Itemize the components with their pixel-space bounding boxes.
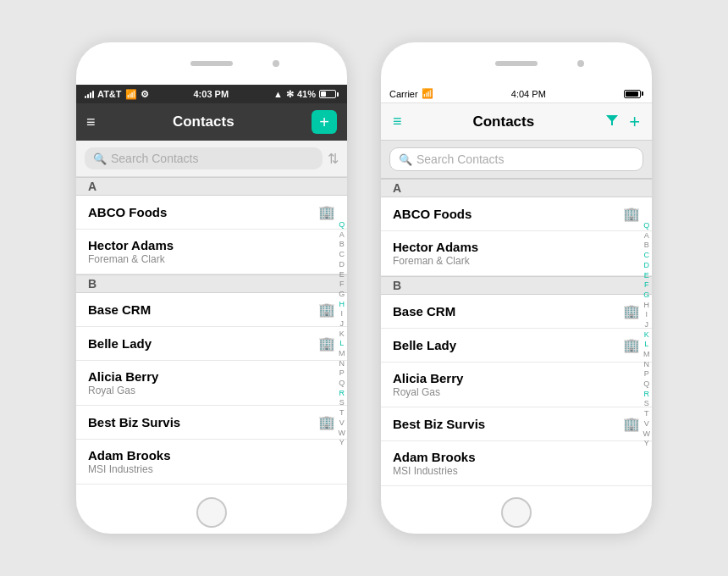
alpha-h[interactable]: H xyxy=(644,301,650,311)
alpha-q[interactable]: Q xyxy=(339,220,345,230)
search-input[interactable]: Search Contacts xyxy=(416,152,505,166)
list-item[interactable]: Alicia Berry Royal Gas xyxy=(381,363,652,407)
alpha-b[interactable]: B xyxy=(339,240,345,250)
alpha-h[interactable]: H xyxy=(339,300,345,310)
section-header-b: B xyxy=(76,274,347,293)
add-contact-button[interactable]: + xyxy=(629,111,640,133)
alpha-j[interactable]: J xyxy=(340,319,345,330)
filter-icon[interactable]: ⇅ xyxy=(328,151,339,167)
list-item[interactable]: Best Biz Survis 🏢 xyxy=(76,406,347,440)
home-button[interactable] xyxy=(501,497,532,528)
alpha-p[interactable]: P xyxy=(339,368,345,379)
list-item[interactable]: Matthew Brooks xyxy=(76,485,347,491)
search-wrapper[interactable]: 🔍 Search Contacts xyxy=(389,147,643,171)
company-icon: 🏢 xyxy=(318,302,335,318)
speaker xyxy=(190,61,233,66)
alpha-b[interactable]: B xyxy=(644,241,649,251)
list-item[interactable]: ABCO Foods 🏢 xyxy=(381,197,652,231)
camera xyxy=(577,60,584,67)
alpha-m[interactable]: M xyxy=(643,350,650,360)
phone-top xyxy=(76,42,347,85)
alpha-i[interactable]: I xyxy=(340,309,343,319)
alpha-y[interactable]: Y xyxy=(339,438,345,448)
alpha-p[interactable]: P xyxy=(644,369,649,379)
alpha-r[interactable]: R xyxy=(644,390,650,400)
company-icon: 🏢 xyxy=(318,335,335,352)
alpha-y[interactable]: Y xyxy=(644,439,649,449)
filter-button[interactable] xyxy=(605,114,619,130)
alpha-g[interactable]: G xyxy=(643,291,649,301)
alpha-n[interactable]: N xyxy=(644,360,650,370)
alpha-k[interactable]: K xyxy=(644,330,649,341)
nav-title: Contacts xyxy=(472,114,534,130)
alpha-g[interactable]: G xyxy=(339,290,345,300)
alpha-d[interactable]: D xyxy=(644,261,650,271)
alpha-v[interactable]: V xyxy=(339,418,345,429)
list-item[interactable]: Adam Brooks MSI Industries xyxy=(381,441,652,486)
alpha-f[interactable]: F xyxy=(644,280,649,291)
carrier-label: AT&T xyxy=(97,89,122,99)
alpha-q[interactable]: Q xyxy=(643,221,649,231)
alpha-r[interactable]: R xyxy=(339,389,345,399)
list-item[interactable]: Adam Brooks MSI Industries xyxy=(76,440,347,485)
alpha-c[interactable]: C xyxy=(339,250,345,260)
list-item[interactable]: Hector Adams Foreman & Clark xyxy=(381,231,652,276)
alpha-f[interactable]: F xyxy=(339,280,345,290)
alpha-k[interactable]: K xyxy=(339,330,345,340)
section-header-a: A xyxy=(381,179,652,197)
alpha-l[interactable]: L xyxy=(339,339,344,349)
list-item[interactable]: Base CRM 🏢 xyxy=(381,295,652,329)
contact-sub: MSI Industries xyxy=(88,463,171,475)
location-icon: ▲ xyxy=(273,89,283,99)
add-contact-button[interactable]: + xyxy=(312,110,337,134)
alpha-e[interactable]: E xyxy=(339,270,345,280)
contact-info: Belle Lady xyxy=(393,338,456,352)
list-item[interactable]: Hector Adams Foreman & Clark xyxy=(76,230,347,274)
menu-button[interactable]: ≡ xyxy=(86,114,96,131)
search-input[interactable]: Search Contacts xyxy=(111,152,199,165)
list-item[interactable]: Base CRM 🏢 xyxy=(76,293,347,327)
contact-info: Hector Adams Foreman & Clark xyxy=(88,238,174,265)
alpha-s[interactable]: S xyxy=(339,398,345,408)
alpha-i[interactable]: I xyxy=(645,310,648,320)
alpha-d[interactable]: D xyxy=(339,260,345,270)
alpha-t[interactable]: T xyxy=(644,409,649,419)
alpha-a[interactable]: A xyxy=(339,230,345,241)
nav-title: Contacts xyxy=(173,114,234,130)
alpha-c[interactable]: C xyxy=(644,251,650,261)
alpha-a[interactable]: A xyxy=(644,231,649,241)
alpha-q2[interactable]: Q xyxy=(339,379,345,389)
alpha-q2[interactable]: Q xyxy=(643,379,649,390)
contact-info: Base CRM xyxy=(393,304,455,318)
menu-button[interactable]: ≡ xyxy=(393,113,402,130)
home-button[interactable] xyxy=(196,497,227,528)
alpha-s[interactable]: S xyxy=(644,399,649,409)
alpha-j[interactable]: J xyxy=(645,320,649,330)
alpha-v[interactable]: V xyxy=(644,419,649,429)
camera xyxy=(273,60,279,67)
list-item[interactable]: Belle Lady 🏢 xyxy=(381,329,652,363)
list-item[interactable]: Belle Lady 🏢 xyxy=(76,327,347,361)
alpha-m[interactable]: M xyxy=(339,349,345,359)
alpha-n[interactable]: N xyxy=(339,359,345,369)
contact-list: A ABCO Foods 🏢 Hector Adams Foreman & Cl… xyxy=(76,177,347,491)
alpha-w[interactable]: W xyxy=(339,429,346,439)
alpha-l[interactable]: L xyxy=(644,340,648,350)
list-item[interactable]: Alicia Berry Royal Gas xyxy=(76,361,347,406)
contact-name: Hector Adams xyxy=(393,240,478,254)
battery-icon xyxy=(624,90,643,98)
alpha-e[interactable]: E xyxy=(644,271,649,281)
bluetooth-icon: ✻ xyxy=(286,89,294,100)
list-item[interactable]: Best Biz Survis 🏢 xyxy=(381,407,652,441)
list-item[interactable]: Matthew Brooks xyxy=(381,486,652,491)
company-icon: 🏢 xyxy=(623,337,640,353)
wifi-icon: 📶 xyxy=(125,89,137,100)
search-wrapper[interactable]: 🔍 Search Contacts xyxy=(85,147,323,169)
nav-actions: + xyxy=(605,111,640,133)
alpha-t[interactable]: T xyxy=(339,408,345,418)
company-icon: 🏢 xyxy=(318,414,335,430)
list-item[interactable]: ABCO Foods 🏢 xyxy=(76,196,347,230)
alpha-w[interactable]: W xyxy=(643,429,651,440)
contact-name: Alicia Berry xyxy=(393,371,463,385)
search-bar: 🔍 Search Contacts xyxy=(381,141,652,179)
